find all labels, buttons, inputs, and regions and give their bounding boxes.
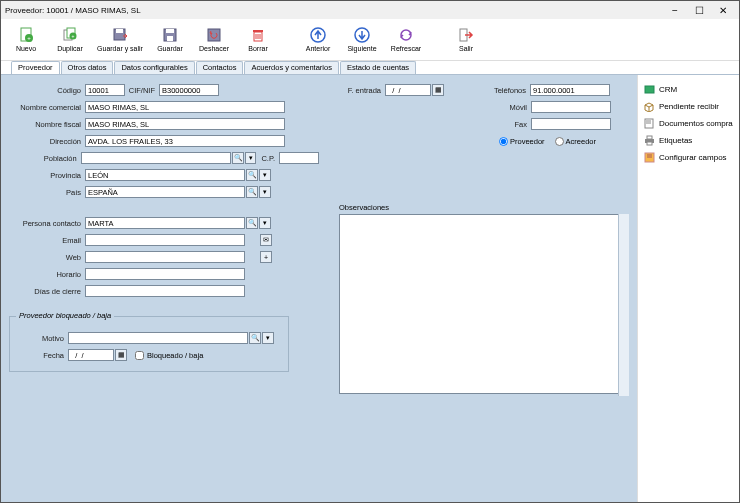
side-crm[interactable]: CRM [642, 81, 735, 98]
acreedor-radio[interactable]: Acreedor [555, 137, 596, 146]
horario-input[interactable] [85, 268, 245, 280]
cifnif-label: CIF/NIF [125, 86, 159, 95]
refrescar-button[interactable]: Refrescar [387, 21, 425, 59]
obs-scroll-down[interactable]: ▾ [619, 386, 629, 396]
poblacion-search[interactable]: 🔍 [232, 152, 243, 164]
svg-text:+: + [72, 33, 75, 39]
horario-label: Horario [9, 270, 85, 279]
motivo-label: Motivo [16, 334, 68, 343]
web-label: Web [9, 253, 85, 262]
telefonos-input[interactable] [530, 84, 610, 96]
doc-icon [644, 118, 655, 129]
bloqueado-checkbox[interactable]: Bloqueado / baja [135, 351, 203, 360]
direccion-label: Dirección [9, 137, 85, 146]
duplicar-button[interactable]: + Duplicar [51, 21, 89, 59]
dias-cierre-label: Días de cierre [9, 287, 85, 296]
svg-rect-14 [253, 30, 263, 32]
pais-label: País [9, 188, 85, 197]
fentrada-label: F. entrada [339, 86, 385, 95]
provincia-input[interactable] [85, 169, 245, 181]
undo-icon [206, 27, 222, 43]
anterior-button[interactable]: Anterior [299, 21, 337, 59]
fax-label: Fax [489, 120, 531, 129]
email-input[interactable] [85, 234, 245, 246]
tab-otros-datos[interactable]: Otros datos [61, 61, 114, 74]
cp-label: C.P. [256, 154, 279, 163]
cp-input[interactable] [279, 152, 319, 164]
svg-text:+: + [27, 35, 31, 41]
window-titlebar: Proveedor: 10001 / MASO RIMAS, SL − ☐ ✕ [1, 1, 739, 19]
guardar-button[interactable]: Guardar [151, 21, 189, 59]
motivo-search[interactable]: 🔍 [249, 332, 261, 344]
prev-icon [310, 27, 326, 43]
proveedor-radio[interactable]: Proveedor [499, 137, 545, 146]
delete-icon [250, 27, 266, 43]
side-panel: CRM Pendiente recibir Documentos compra … [637, 75, 739, 502]
tab-proveedor[interactable]: Proveedor [11, 61, 60, 74]
deshacer-button[interactable]: Deshacer [195, 21, 233, 59]
provincia-dropdown[interactable]: ▾ [259, 169, 271, 181]
tab-bar: Proveedor Otros datos Datos configurable… [1, 61, 739, 75]
svg-rect-21 [645, 86, 654, 93]
next-icon [354, 27, 370, 43]
pais-dropdown[interactable]: ▾ [259, 186, 271, 198]
provincia-label: Provincia [9, 171, 85, 180]
svg-rect-11 [167, 36, 173, 41]
persona-contacto-input[interactable] [85, 217, 245, 229]
window-minimize[interactable]: − [663, 5, 687, 16]
window-close[interactable]: ✕ [711, 5, 735, 16]
printer-icon [644, 135, 655, 146]
side-configurar[interactable]: Configurar campos [642, 149, 735, 166]
toolbar: + Nuevo + Duplicar Guardar y salir Guard… [1, 19, 739, 61]
poblacion-input[interactable] [81, 152, 232, 164]
nuevo-button[interactable]: + Nuevo [7, 21, 45, 59]
new-icon: + [18, 27, 34, 43]
dias-cierre-input[interactable] [85, 285, 245, 297]
poblacion-label: Población [9, 154, 81, 163]
side-etiquetas[interactable]: Etiquetas [642, 132, 735, 149]
poblacion-dropdown[interactable]: ▾ [245, 152, 256, 164]
fecha-bloq-cal[interactable]: ▦ [115, 349, 127, 361]
tab-contactos[interactable]: Contactos [196, 61, 244, 74]
observaciones-textarea[interactable] [339, 214, 629, 394]
nombre-comercial-input[interactable] [85, 101, 285, 113]
nombre-fiscal-input[interactable] [85, 118, 285, 130]
movil-input[interactable] [531, 101, 611, 113]
window-maximize[interactable]: ☐ [687, 5, 711, 16]
side-documentos[interactable]: Documentos compra [642, 115, 735, 132]
cifnif-input[interactable] [159, 84, 219, 96]
siguiente-button[interactable]: Siguiente [343, 21, 381, 59]
crm-icon [644, 84, 655, 95]
borrar-button[interactable]: Borrar [239, 21, 277, 59]
persona-search[interactable]: 🔍 [246, 217, 258, 229]
tab-datos-configurables[interactable]: Datos configurables [114, 61, 194, 74]
motivo-input[interactable] [68, 332, 248, 344]
pais-search[interactable]: 🔍 [246, 186, 258, 198]
obs-scroll-up[interactable]: ▴ [619, 214, 629, 224]
save-exit-icon [112, 27, 128, 43]
motivo-dropdown[interactable]: ▾ [262, 332, 274, 344]
salir-button[interactable]: Salir [447, 21, 485, 59]
guardar-salir-button[interactable]: Guardar y salir [95, 21, 145, 59]
nombre-fiscal-label: Nombre fiscal [9, 120, 85, 129]
pais-input[interactable] [85, 186, 245, 198]
codigo-input[interactable] [85, 84, 125, 96]
bloqueado-check-input[interactable] [135, 351, 144, 360]
provincia-search[interactable]: 🔍 [246, 169, 258, 181]
direccion-input[interactable] [85, 135, 285, 147]
bloqueo-group: Proveedor bloqueado / baja Motivo 🔍 ▾ Fe… [9, 316, 289, 372]
web-input[interactable] [85, 251, 245, 263]
persona-dropdown[interactable]: ▾ [259, 217, 271, 229]
side-pendiente[interactable]: Pendiente recibir [642, 98, 735, 115]
tab-estado-cuentas[interactable]: Estado de cuentas [340, 61, 416, 74]
fecha-bloq-input[interactable] [68, 349, 114, 361]
web-add[interactable]: + [260, 251, 272, 263]
svg-rect-26 [647, 136, 652, 139]
fentrada-input[interactable] [385, 84, 431, 96]
tab-acuerdos[interactable]: Acuerdos y comentarios [244, 61, 338, 74]
email-action[interactable]: ✉ [260, 234, 272, 246]
fax-input[interactable] [531, 118, 611, 130]
fentrada-cal[interactable]: ▦ [432, 84, 444, 96]
persona-contacto-label: Persona contacto [9, 219, 85, 228]
movil-label: Móvil [489, 103, 531, 112]
